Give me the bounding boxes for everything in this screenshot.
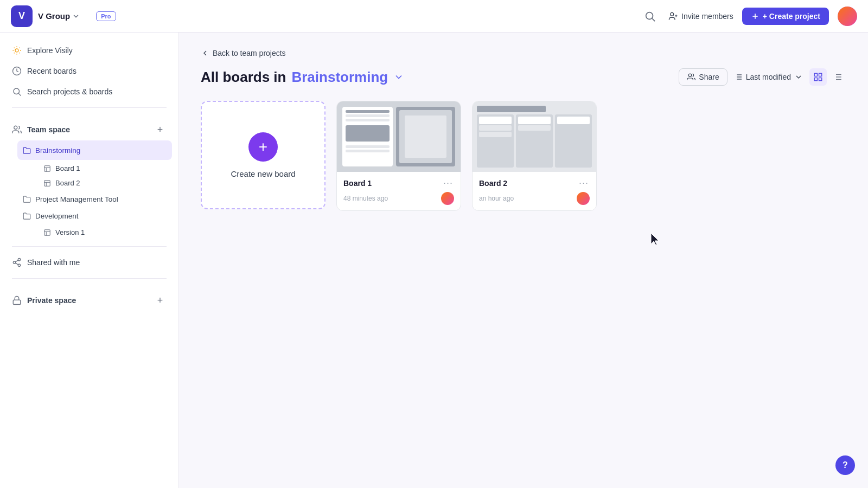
clock-icon: [12, 66, 22, 76]
sidebar-section-private: Private space +: [7, 290, 172, 311]
svg-point-9: [14, 88, 20, 94]
sort-button[interactable]: Last modified: [734, 73, 803, 81]
share-button[interactable]: Share: [679, 68, 727, 86]
svg-rect-37: [819, 78, 822, 81]
folder-icon-dev: [23, 212, 31, 220]
sidebar-private-label: Private space: [12, 296, 76, 305]
page-header: All boards in Brainstorming Share Last m…: [201, 68, 846, 86]
brainstorming-children: Board 1 Board 2: [17, 161, 172, 190]
svg-rect-34: [814, 73, 817, 76]
sidebar-divider-3: [12, 278, 167, 279]
sidebar-item-shared[interactable]: Shared with me: [7, 253, 172, 272]
board-card-1[interactable]: Board 1 ··· 48 minutes ago: [336, 101, 461, 211]
create-board-card[interactable]: + Create new board: [201, 101, 326, 209]
development-children: Version 1: [17, 225, 172, 240]
board1-more-button[interactable]: ···: [442, 177, 454, 189]
svg-rect-15: [44, 180, 50, 186]
share-icon: [12, 258, 22, 267]
invite-members-button[interactable]: Invite members: [668, 11, 733, 21]
svg-rect-18: [44, 229, 50, 235]
sidebar-item-brainstorming[interactable]: Brainstorming ···: [17, 140, 172, 160]
sidebar-item-recent[interactable]: Recent boards: [7, 62, 172, 80]
svg-rect-12: [44, 165, 50, 171]
sidebar-team-header[interactable]: Team space +: [7, 119, 172, 140]
grid-view-button[interactable]: [809, 68, 827, 86]
board1-avatar: [441, 192, 454, 205]
title-chevron-icon: [393, 72, 404, 82]
org-name-button[interactable]: V Group: [38, 11, 80, 21]
sidebar-team-children: Brainstorming ··· Board 1 Board 2: [7, 140, 172, 240]
topbar: V V Group Pro Invite members + Create pr…: [0, 0, 868, 33]
sort-chevron-icon: [794, 73, 803, 81]
boards-grid: + Create new board: [201, 101, 846, 211]
board-card-2[interactable]: Board 2 ··· an hour ago: [472, 101, 597, 211]
view-toggle: [809, 68, 846, 86]
svg-line-10: [18, 93, 21, 95]
create-plus-button[interactable]: +: [248, 132, 278, 162]
sidebar-item-project-mgmt[interactable]: Project Management Tool: [17, 191, 172, 207]
svg-point-2: [671, 12, 674, 16]
board-icon-1: [43, 165, 51, 172]
sidebar-item-version1[interactable]: Version 1: [38, 225, 172, 240]
sidebar-item-explore[interactable]: Explore Visily: [7, 41, 172, 60]
board2-more-button[interactable]: ···: [578, 177, 590, 189]
sidebar-item-board1[interactable]: Board 1: [38, 161, 172, 176]
svg-point-0: [646, 12, 653, 19]
sidebar-divider-2: [12, 246, 167, 247]
team-icon: [12, 125, 22, 134]
board-thumbnail-2: [473, 101, 596, 172]
svg-point-23: [18, 264, 21, 267]
svg-point-7: [15, 49, 18, 52]
board-icon-2: [43, 179, 51, 187]
header-actions: Share Last modified: [679, 68, 846, 86]
logo[interactable]: V: [11, 5, 33, 27]
svg-point-22: [13, 261, 16, 264]
back-arrow-icon: [201, 49, 209, 57]
layout: Explore Visily Recent boards Search proj…: [0, 33, 868, 488]
board-icon-v1: [43, 229, 51, 236]
share-btn-icon: [687, 73, 695, 81]
plus-icon: [751, 12, 760, 21]
board-info-1: Board 1 ··· 48 minutes ago: [337, 172, 461, 210]
explore-icon: [12, 46, 22, 55]
chevron-down-icon: [72, 12, 80, 20]
search-sidebar-icon: [12, 87, 22, 97]
sidebar-item-development[interactable]: Development: [17, 208, 172, 224]
board-meta-1: 48 minutes ago: [343, 192, 454, 205]
help-button[interactable]: ?: [835, 455, 855, 475]
back-link[interactable]: Back to team projects: [201, 49, 286, 57]
sidebar-item-search[interactable]: Search projects & boards: [7, 82, 172, 101]
sidebar-divider-1: [12, 107, 167, 108]
grid-icon: [813, 72, 823, 82]
folder-icon-mgmt: [23, 195, 31, 203]
sidebar-private-header[interactable]: Private space +: [7, 290, 172, 311]
svg-line-1: [652, 18, 655, 21]
avatar[interactable]: [838, 7, 857, 26]
board2-avatar: [577, 192, 590, 205]
svg-point-27: [689, 74, 692, 76]
page-title: All boards in Brainstorming: [201, 69, 404, 86]
sidebar-item-board2[interactable]: Board 2: [38, 176, 172, 190]
svg-rect-35: [819, 73, 822, 76]
board-meta-2: an hour ago: [479, 192, 590, 205]
create-project-button[interactable]: + Create project: [742, 8, 829, 25]
project-title-dropdown[interactable]: [393, 72, 404, 82]
sidebar-section-team: Team space + Brainstorming ··· Board 1: [7, 119, 172, 240]
svg-rect-36: [814, 78, 817, 81]
svg-rect-26: [13, 300, 21, 304]
search-icon: [644, 10, 656, 22]
svg-line-25: [15, 260, 18, 262]
board-info-2: Board 2 ··· an hour ago: [473, 172, 596, 210]
list-icon: [833, 72, 843, 82]
sort-icon: [734, 73, 743, 81]
search-button[interactable]: [640, 7, 660, 26]
folder-open-icon: [23, 146, 31, 155]
list-view-button[interactable]: [829, 68, 846, 86]
private-add-button[interactable]: +: [154, 294, 167, 307]
main-content: Back to team projects All boards in Brai…: [179, 33, 868, 488]
team-add-button[interactable]: +: [154, 123, 167, 136]
topbar-left: V V Group Pro: [11, 5, 116, 27]
sidebar-team-label: Team space: [12, 125, 70, 134]
topbar-right: Invite members + Create project: [640, 7, 857, 26]
svg-line-24: [15, 263, 18, 265]
